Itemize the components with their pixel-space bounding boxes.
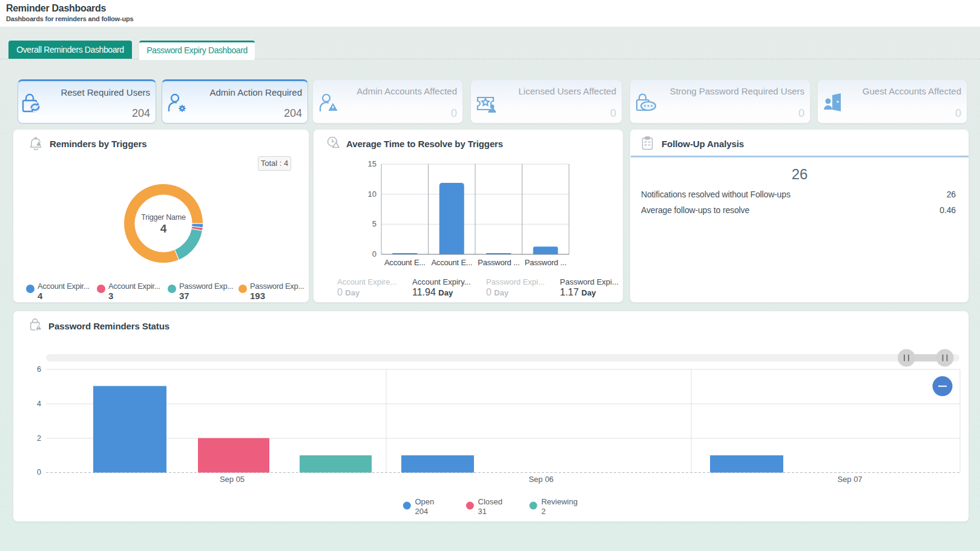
svg-text:0: 0	[372, 249, 377, 259]
svg-text:Closed: Closed	[478, 497, 502, 506]
svg-text:0: 0	[37, 468, 41, 477]
svg-text:31: 31	[478, 507, 487, 516]
svg-text:Account E...: Account E...	[431, 258, 472, 267]
svg-text:Trigger Name: Trigger Name	[141, 213, 186, 222]
svg-text:Sep 07: Sep 07	[837, 475, 862, 484]
svg-text:1.17 Day: 1.17 Day	[560, 287, 596, 297]
svg-text:2: 2	[541, 507, 545, 516]
svg-text:6: 6	[37, 365, 41, 374]
svg-text:Password ...: Password ...	[478, 258, 519, 267]
svg-text:11.94 Day: 11.94 Day	[412, 287, 453, 297]
svg-text:Open: Open	[415, 497, 435, 506]
svg-text:2: 2	[37, 434, 41, 443]
svg-text:Account Expire...: Account Expire...	[337, 277, 396, 286]
svg-text:15: 15	[368, 159, 377, 168]
svg-text:10: 10	[368, 190, 377, 199]
svg-text:Sep 06: Sep 06	[528, 475, 553, 484]
svg-text:Account E...: Account E...	[384, 258, 426, 267]
svg-text:5: 5	[372, 219, 377, 228]
svg-text:Reviewing: Reviewing	[541, 497, 577, 506]
svg-text:204: 204	[415, 507, 429, 516]
svg-text:4: 4	[37, 400, 41, 408]
svg-text:0 Day: 0 Day	[486, 287, 509, 297]
svg-text:Password Expi...: Password Expi...	[486, 277, 545, 286]
svg-text:Sep 05: Sep 05	[220, 475, 245, 484]
svg-text:Password ...: Password ...	[525, 258, 567, 267]
svg-text:Password Expi...: Password Expi...	[560, 277, 619, 286]
svg-text:Account Expiry...: Account Expiry...	[412, 277, 471, 286]
svg-text:0 Day: 0 Day	[337, 287, 360, 297]
svg-text:4: 4	[160, 222, 167, 235]
